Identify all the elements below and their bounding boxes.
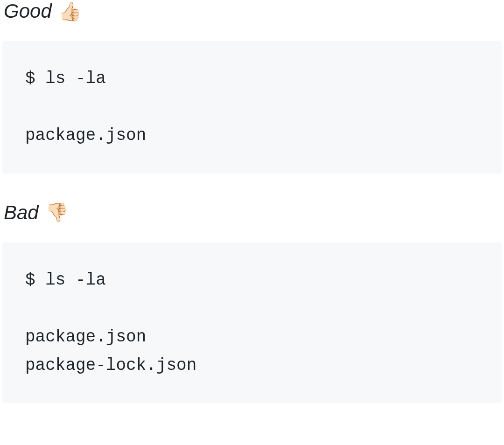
- bad-label: Bad: [4, 202, 39, 224]
- thumbs-down-icon: 👎🏻: [45, 202, 69, 223]
- good-label: Good: [4, 0, 52, 22]
- good-heading: Good 👍🏻: [0, 0, 504, 22]
- thumbs-up-icon: 👍🏻: [58, 0, 82, 22]
- good-code-block: $ ls -la package.json: [2, 41, 502, 174]
- bad-section: Bad 👎🏻 $ ls -la package.json package-loc…: [0, 202, 504, 403]
- bad-heading: Bad 👎🏻: [0, 202, 504, 224]
- good-section: Good 👍🏻 $ ls -la package.json: [0, 0, 504, 174]
- bad-code-block: $ ls -la package.json package-lock.json: [2, 243, 502, 403]
